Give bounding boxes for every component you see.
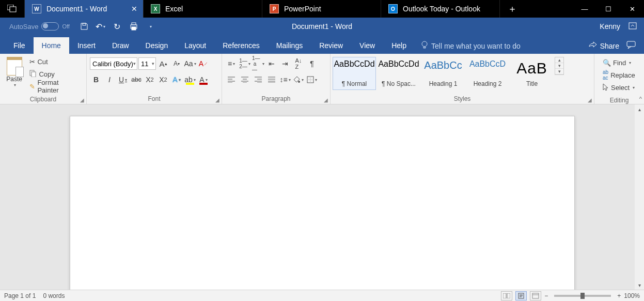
task-view-icon[interactable] [0, 0, 25, 18]
replace-button[interactable]: abac Replace [601, 69, 637, 81]
new-tab-button[interactable]: ＋ [500, 0, 525, 18]
scroll-down-icon[interactable]: ▾ [635, 280, 644, 290]
increase-indent-button[interactable]: ⇥ [279, 57, 291, 70]
vertical-scrollbar[interactable]: ▴ ▾ [635, 104, 644, 290]
style-no-spacing[interactable]: AaBbCcDd ¶ No Spac... [377, 57, 420, 90]
quick-print-button[interactable] [127, 19, 141, 34]
style-normal[interactable]: AaBbCcDd ¶ Normal [333, 57, 376, 90]
svg-rect-4 [132, 23, 136, 25]
strikethrough-button[interactable]: abc [130, 73, 143, 86]
print-layout-button[interactable] [515, 291, 527, 300]
undo-button[interactable]: ↶▾ [93, 19, 108, 34]
highlight-color-button[interactable]: ab▾ [184, 73, 196, 86]
tab-file[interactable]: File [5, 37, 34, 54]
align-center-button[interactable] [239, 73, 251, 86]
tab-layout[interactable]: Layout [176, 37, 214, 54]
font-launcher[interactable]: ◢ [215, 97, 219, 103]
style-title[interactable]: AaB Title [510, 57, 554, 90]
tab-draw[interactable]: Draw [104, 37, 137, 54]
zoom-in-button[interactable]: + [617, 292, 621, 299]
minimize-button[interactable]: — [573, 0, 596, 18]
paste-button[interactable]: Paste ▾ [3, 56, 25, 87]
collapse-ribbon-button[interactable]: ^ [639, 96, 642, 102]
autosave-toggle[interactable]: AutoSave Off [9, 22, 70, 31]
align-left-button[interactable] [225, 73, 238, 86]
gallery-more-icon[interactable]: ▾ [555, 69, 563, 74]
svg-rect-8 [627, 41, 635, 47]
app-tab-powerpoint[interactable]: P PowerPoint [262, 0, 381, 18]
clipboard-launcher[interactable]: ◢ [80, 97, 84, 103]
user-name[interactable]: Kenny [600, 22, 620, 31]
tab-home[interactable]: Home [34, 37, 69, 54]
web-layout-button[interactable] [530, 291, 541, 300]
select-button[interactable]: Select▾ [601, 82, 637, 93]
align-right-button[interactable] [252, 73, 264, 86]
tab-review[interactable]: Review [311, 37, 351, 54]
document-page[interactable] [70, 116, 575, 290]
clear-formatting-button[interactable]: A⟋ [197, 57, 210, 70]
cut-button[interactable]: ✂ Cut [27, 56, 83, 67]
text-effects-button[interactable]: A▾ [170, 73, 183, 86]
shrink-font-button[interactable]: A▾ [170, 57, 183, 70]
zoom-out-button[interactable]: − [544, 292, 548, 299]
paragraph-launcher[interactable]: ◢ [324, 97, 328, 103]
font-color-button[interactable]: A▾ [197, 73, 210, 86]
style-heading-2[interactable]: AaBbCcD Heading 2 [466, 57, 509, 90]
qat-customize-button[interactable]: ▾ [143, 19, 158, 34]
multilevel-list-button[interactable]: 1— a—▾ [252, 57, 264, 70]
maximize-button[interactable]: ☐ [596, 0, 620, 18]
line-spacing-button[interactable]: ↕≡▾ [279, 73, 291, 86]
close-window-button[interactable]: ✕ [620, 0, 644, 18]
app-tab-outlook[interactable]: O Outlook Today - Outlook [381, 0, 500, 18]
scroll-up-icon[interactable]: ▴ [635, 104, 644, 114]
styles-launcher[interactable]: ◢ [588, 97, 592, 103]
change-case-button[interactable]: Aa▾ [184, 57, 196, 70]
tab-design[interactable]: Design [137, 37, 177, 54]
font-name-combo[interactable]: Calibri (Body)▾ [90, 57, 137, 70]
decrease-indent-button[interactable]: ⇤ [265, 57, 278, 70]
app-tab-word[interactable]: W Document1 - Word ✕ [25, 0, 144, 18]
scissors-icon: ✂ [29, 58, 35, 66]
copy-button[interactable]: Copy [27, 68, 83, 80]
superscript-button[interactable]: X2 [157, 73, 169, 86]
styles-gallery-scroll[interactable]: ▴ ▾ ▾ [555, 57, 564, 75]
tab-help[interactable]: Help [383, 37, 415, 54]
bullets-button[interactable]: ≡▾ [225, 57, 238, 70]
format-painter-button[interactable]: ✎ Format Painter [27, 81, 83, 92]
shading-button[interactable]: ▾ [292, 73, 305, 86]
style-heading-1[interactable]: AaBbCc Heading 1 [421, 57, 465, 90]
font-size-combo[interactable]: 11▾ [138, 57, 156, 70]
tell-me-search[interactable]: Tell me what you want to do [415, 41, 527, 51]
sort-button[interactable]: A↓Z [292, 57, 305, 70]
gallery-up-icon[interactable]: ▴ [555, 57, 563, 63]
zoom-thumb[interactable] [580, 293, 585, 299]
page-indicator[interactable]: Page 1 of 1 [4, 292, 36, 299]
word-count[interactable]: 0 words [43, 292, 65, 299]
zoom-slider[interactable] [554, 295, 611, 297]
ribbon-display-options-icon[interactable] [629, 22, 637, 31]
italic-button[interactable]: I [103, 73, 116, 86]
zoom-level[interactable]: 100% [624, 292, 640, 299]
read-mode-button[interactable] [501, 291, 512, 300]
tab-references[interactable]: References [214, 37, 268, 54]
grow-font-button[interactable]: A▴ [157, 57, 169, 70]
gallery-down-icon[interactable]: ▾ [555, 63, 563, 69]
tab-insert[interactable]: Insert [69, 37, 104, 54]
tab-mailings[interactable]: Mailings [268, 37, 311, 54]
borders-button[interactable]: ▾ [306, 73, 318, 86]
app-tab-excel[interactable]: X Excel [144, 0, 262, 18]
share-button[interactable]: Share [589, 41, 619, 50]
underline-button[interactable]: U▾ [117, 73, 129, 86]
tab-view[interactable]: View [351, 37, 383, 54]
justify-button[interactable] [265, 73, 278, 86]
save-button[interactable] [77, 19, 91, 34]
numbering-button[interactable]: 1—2—▾ [239, 57, 251, 70]
subscript-button[interactable]: X2 [144, 73, 156, 86]
bold-button[interactable]: B [90, 73, 102, 86]
show-paragraph-marks-button[interactable]: ¶ [306, 57, 318, 70]
scroll-track[interactable] [635, 114, 644, 280]
find-button[interactable]: 🔍 Find▾ [601, 57, 637, 68]
close-tab-icon[interactable]: ✕ [130, 4, 139, 13]
redo-button[interactable]: ↻ [110, 19, 124, 34]
comments-icon[interactable] [626, 41, 636, 51]
